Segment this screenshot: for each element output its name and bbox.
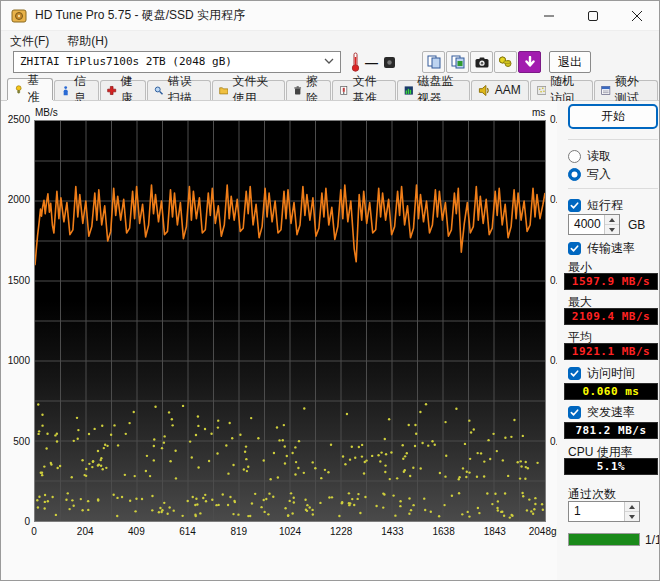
x-tick: 204 [63,526,107,537]
copy-text-icon [427,55,441,69]
plot-canvas [35,121,545,521]
chevron-down-icon [324,56,334,66]
x-tick: 1228 [319,526,363,537]
benchmark-icon [14,83,23,96]
minimize-button[interactable] [527,1,571,31]
tab-disk-monitor[interactable]: 磁盘监视器 [397,80,470,100]
start-button[interactable]: 开始 [568,104,658,129]
title-bar: HD Tune Pro 5.75 - 硬盘/SSD 实用程序 [1,1,659,31]
tab-erase[interactable]: 擦除 [286,80,332,100]
pass-count-spinner[interactable]: 1 [568,501,640,522]
file-benchmark-icon [339,84,349,97]
access-time-display: 0.060 ms [564,383,658,400]
tab-info[interactable]: 信息 [54,80,100,100]
drive-selector[interactable]: ZHITAI TiPlus7100s 2TB (2048 gB) [13,51,341,73]
progress-label: 1/1 [645,533,660,547]
burst-rate-checkbox[interactable] [568,406,581,419]
capacity-down-button[interactable] [605,225,619,234]
x-tick: 819 [217,526,261,537]
error-scan-icon [154,84,164,97]
short-stroke-label: 短行程 [587,197,623,214]
capacity-unit-label: GB [628,218,645,232]
health-icon [107,84,116,97]
x-tick: 1638 [422,526,466,537]
temperature-display: — [351,51,396,73]
capacity-up-button[interactable] [605,215,619,225]
pass-count-down-button[interactable] [625,512,639,521]
drive-selector-value: ZHITAI TiPlus7100s 2TB (2048 gB) [20,55,232,68]
tab-folder-usage[interactable]: 文件夹使用 [212,80,285,100]
y-left-tick: 1500 [1,275,30,286]
tab-error-scan[interactable]: 错误扫描 [147,80,211,100]
tab-health[interactable]: 健康 [100,80,146,100]
exit-button[interactable]: 退出 [549,51,591,73]
tab-benchmark[interactable]: 基准 [7,78,53,100]
info-icon [61,84,70,97]
folder-usage-icon [219,84,229,97]
tab-label: AAM [495,83,521,97]
close-icon [632,11,642,21]
save-results-icon [524,56,536,69]
menu-file[interactable]: 文件(F) [1,31,58,52]
y-left-tick: 1000 [1,355,30,366]
menu-help[interactable]: 帮助(H) [58,31,117,52]
check-icon [570,244,579,253]
transfer-rate-option[interactable]: 传输速率 [568,240,635,257]
app-window: HD Tune Pro 5.75 - 硬盘/SSD 实用程序 文件(F) 帮助(… [0,0,660,581]
read-radio[interactable] [568,150,581,163]
y-left-tick: 500 [1,436,30,447]
pass-count-value: 1 [574,504,581,518]
copy-image-icon [451,55,465,69]
check-icon [570,369,579,378]
access-time-label: 访问时间 [587,365,635,382]
x-tick: 1024 [268,526,312,537]
tab-file-benchmark[interactable]: 文件基准 [332,80,396,100]
close-button[interactable] [615,1,659,31]
access-time-checkbox[interactable] [568,367,581,380]
capacity-value: 4000 [574,217,601,231]
app-icon [11,8,27,24]
copy-image-button[interactable] [446,51,469,73]
copy-text-button[interactable] [422,51,445,73]
plot-area [34,120,546,522]
separator [568,139,658,140]
drive-temp-icon [383,56,396,69]
transfer-rate-checkbox[interactable] [568,242,581,255]
extra-tests-icon [601,84,611,97]
x-tick: 0 [12,526,56,537]
y-left-tick: 2000 [1,194,30,205]
x-tick: 1433 [370,526,414,537]
access-time-option[interactable]: 访问时间 [568,365,635,382]
read-option[interactable]: 读取 [568,148,611,165]
tab-bar: 基准 信息 健康 错误扫描 文件夹使用 擦除 文件基准 磁盘监视器 [1,79,659,101]
toolbar: ZHITAI TiPlus7100s 2TB (2048 gB) — [1,51,659,75]
capacity-spinner[interactable]: 4000 [568,214,620,235]
thermometer-icon [351,52,360,72]
y-right-axis-unit: ms [532,107,545,118]
tab-aam[interactable]: AAM [471,80,529,100]
short-stroke-checkbox[interactable] [568,199,581,212]
progress-bar [568,533,640,546]
burst-rate-option[interactable]: 突发速率 [568,404,635,421]
benchmark-chart: MB/s ms 250020001500100050000.500.400.30… [1,101,557,581]
write-option[interactable]: 写入 [568,166,611,183]
x-tick: 409 [114,526,158,537]
pass-count-up-button[interactable] [625,502,639,512]
save-results-button[interactable] [518,51,541,73]
short-stroke-option[interactable]: 短行程 [568,197,623,214]
x-tick: 614 [166,526,210,537]
cpu-usage-display: 5.1% [564,458,658,475]
burst-rate-label: 突发速率 [587,404,635,421]
options-button[interactable] [494,51,517,73]
maximize-button[interactable] [571,1,615,31]
capacity-control: 4000 GB [568,214,645,235]
x-tick: 1843 [473,526,517,537]
write-radio[interactable] [568,168,581,181]
screenshot-button[interactable] [470,51,493,73]
temperature-value: — [365,55,378,70]
control-panel: 开始 读取 写入 短行程 4000 [557,101,660,581]
avg-value-display: 1921.1 MB/s [564,343,658,360]
menu-bar: 文件(F) 帮助(H) [1,31,659,51]
tab-extra-tests[interactable]: 额外测试 [594,80,658,100]
tab-random-access[interactable]: 随机访问 [530,80,594,100]
